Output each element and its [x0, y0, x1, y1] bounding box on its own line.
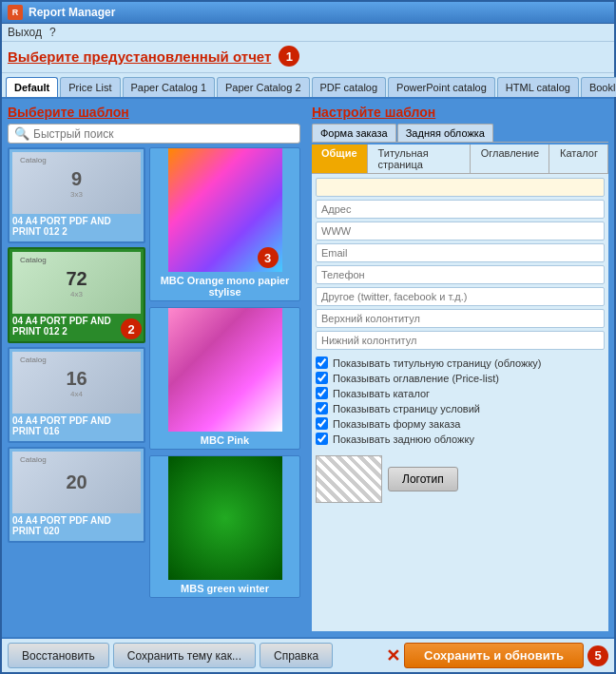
col-right: 3 MBC Orange mono papier stylise MBC Pin…: [149, 147, 300, 631]
app-icon: R: [8, 5, 23, 20]
company-name-field[interactable]: [316, 178, 605, 197]
menu-help[interactable]: ?: [49, 26, 56, 39]
tab-pdf-catalog[interactable]: PDF catalog: [312, 77, 387, 97]
template-thumb: Catalog 9 3x3: [12, 152, 141, 214]
checkbox-back-cover[interactable]: [316, 433, 328, 445]
checkbox-row-order-form[interactable]: Показывать форму заказа: [316, 417, 605, 430]
checkboxes-section: Показывать титульную страницу (обложку) …: [316, 353, 605, 449]
list-item[interactable]: ★ Catalog 16 4x4 04 A4 PORT PDF AND PRIN…: [8, 347, 145, 443]
inner-tab-general[interactable]: Общие: [312, 144, 368, 173]
inner-tab-toc[interactable]: Оглавление: [472, 144, 549, 173]
left-panel: Выберите шаблон 🔍 ★ Catalog 9 3x3: [2, 99, 306, 637]
selected-badge: 2: [121, 318, 142, 339]
checkbox-toc[interactable]: [316, 372, 328, 384]
template-grid: ★ Catalog 9 3x3 04 A4 PORT PDF AND PRINT…: [8, 147, 300, 631]
logo-placeholder: [316, 455, 382, 503]
inner-tab-title-page[interactable]: Титульная страница: [369, 144, 471, 173]
save-theme-button[interactable]: Сохранить тему как...: [113, 643, 256, 668]
main-content: Выберите шаблон 🔍 ★ Catalog 9 3x3: [2, 99, 614, 637]
checkbox-row-catalog[interactable]: Показывать каталог: [316, 387, 605, 399]
list-item[interactable]: ★ Catalog 20 04 A4 PORT PDF AND PRINT 02…: [8, 447, 145, 543]
right-thumb: [168, 308, 282, 432]
tab-html-catalog[interactable]: HTML catalog: [497, 77, 579, 97]
sub-tab-order-form[interactable]: Форма заказа: [312, 124, 396, 142]
title-bar: R Report Manager: [2, 2, 614, 24]
footer-field[interactable]: [316, 331, 605, 350]
save-update-badge: 5: [587, 645, 608, 666]
template-label: 04 A4 PORT PDF AND PRINT 016: [12, 414, 141, 438]
thumb-number: 9: [71, 168, 82, 190]
inner-tab-catalog[interactable]: Каталог: [550, 144, 608, 173]
checkbox-row-cover[interactable]: Показывать титульную страницу (обложку): [316, 356, 605, 369]
thumb-grid: 4x4: [70, 390, 83, 398]
tab-ppt-catalog[interactable]: PowerPoint catalog: [388, 77, 495, 97]
list-item[interactable]: ★ Catalog 72 4x3 04 A4 PORT PDF AND PRIN…: [8, 247, 145, 343]
sub-tabs: Форма заказа Задняя обложка: [312, 124, 608, 143]
template-label: 04 A4 PORT PDF AND PRINT 020: [12, 513, 141, 538]
header-field[interactable]: [316, 309, 605, 328]
checkbox-catalog[interactable]: [316, 387, 328, 399]
right-thumb: [168, 456, 282, 580]
checkbox-row-terms[interactable]: Показывать страницу условий: [316, 402, 605, 414]
tab-default[interactable]: Default: [6, 77, 58, 97]
app-title: Report Manager: [29, 6, 115, 19]
thumb-grid: 3x3: [70, 190, 83, 199]
bottom-right: ✕ Сохранить и обновить 5: [386, 643, 608, 668]
heading-text: Выберите предустановленный отчет: [8, 48, 271, 65]
checkbox-row-back-cover[interactable]: Показывать заднюю обложку: [316, 433, 605, 445]
item-badge: 3: [258, 247, 279, 268]
form-fields: Показывать титульную страницу (обложку) …: [312, 174, 608, 631]
right-thumb: 3: [168, 148, 282, 272]
thumb-grid: 4x3: [70, 290, 83, 298]
logo-button[interactable]: Логотип: [388, 467, 458, 491]
thumb-number: 16: [66, 368, 87, 390]
template-thumb: Catalog 72 4x3: [12, 252, 141, 314]
close-icon[interactable]: ✕: [386, 645, 400, 666]
menu-bar: Выход ?: [2, 24, 614, 42]
bottom-left-buttons: Восстановить Сохранить тему как... Справ…: [8, 643, 333, 668]
thumb-preview: [168, 308, 282, 432]
restore-button[interactable]: Восстановить: [8, 643, 109, 668]
checkbox-row-toc[interactable]: Показывать оглавление (Price-list): [316, 372, 605, 384]
checkbox-order-form[interactable]: [316, 417, 328, 430]
heading-badge: 1: [279, 46, 299, 67]
template-label: MBC Pink: [198, 432, 252, 449]
bottom-bar: Восстановить Сохранить тему как... Справ…: [2, 637, 614, 672]
email-field[interactable]: [316, 243, 605, 262]
right-panel-title: Настройте шаблон: [312, 105, 608, 120]
search-icon: 🔍: [14, 126, 29, 141]
menu-exit[interactable]: Выход: [8, 26, 42, 39]
tab-booklet[interactable]: Booklet: [581, 77, 616, 97]
checkbox-terms[interactable]: [316, 402, 328, 414]
list-item[interactable]: MBC Pink: [149, 307, 300, 450]
thumb-number: 20: [66, 472, 87, 493]
col-left: ★ Catalog 9 3x3 04 A4 PORT PDF AND PRINT…: [8, 147, 145, 631]
template-label: 04 A4 PORT PDF AND PRINT 012 2: [12, 214, 141, 239]
logo-section: Логотип: [316, 452, 605, 507]
tab-paper-cat1[interactable]: Paper Catalog 1: [123, 77, 216, 97]
search-input[interactable]: [33, 127, 294, 141]
left-panel-title: Выберите шаблон: [8, 105, 300, 120]
list-item[interactable]: 3 MBC Orange mono papier stylise: [149, 147, 300, 301]
tab-paper-cat2[interactable]: Paper Catalog 2: [217, 77, 310, 97]
tab-bar: Default Price List Paper Catalog 1 Paper…: [2, 73, 614, 99]
help-button[interactable]: Справка: [260, 643, 333, 668]
other-field[interactable]: [316, 287, 605, 306]
phone-field[interactable]: [316, 265, 605, 284]
save-update-button[interactable]: Сохранить и обновить: [404, 643, 584, 668]
search-bar: 🔍: [8, 124, 300, 144]
thumb-number: 72: [66, 268, 87, 290]
heading: Выберите предустановленный отчет 1: [2, 42, 614, 73]
template-thumb: Catalog 16 4x4: [12, 352, 141, 414]
inner-tabs: Общие Титульная страница Оглавление Ката…: [312, 144, 608, 174]
address-field[interactable]: [316, 200, 605, 219]
list-item[interactable]: ★ Catalog 9 3x3 04 A4 PORT PDF AND PRINT…: [8, 147, 145, 243]
template-label: MBC Orange mono papier stylise: [150, 272, 299, 300]
checkbox-cover[interactable]: [316, 356, 328, 369]
list-item[interactable]: MBS green winter: [149, 455, 300, 598]
www-field[interactable]: [316, 221, 605, 241]
template-thumb: Catalog 20: [12, 452, 141, 513]
template-label: MBS green winter: [178, 580, 272, 597]
sub-tab-back-cover[interactable]: Задняя обложка: [397, 124, 493, 142]
tab-price-list[interactable]: Price List: [60, 77, 120, 97]
